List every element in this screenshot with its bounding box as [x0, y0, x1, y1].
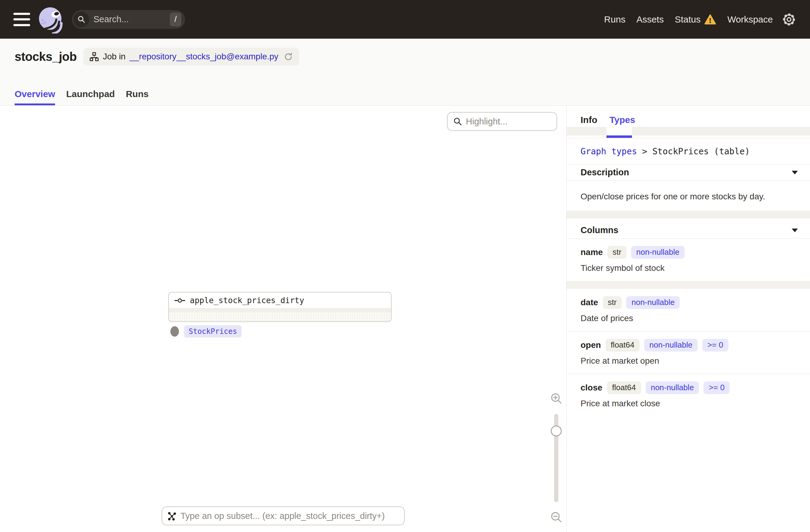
- column-description: Date of prices: [581, 313, 796, 323]
- menu-icon[interactable]: [13, 13, 30, 26]
- column-badges: non-nullable: [631, 246, 685, 259]
- columns-section-header[interactable]: Columns: [567, 222, 810, 239]
- main-content: apple_stock_prices_dirty StockPrices: [0, 106, 810, 532]
- nav-runs-link[interactable]: Runs: [604, 14, 625, 25]
- column-head: name str non-nullable: [581, 246, 796, 259]
- column-type-badge: str: [603, 296, 622, 309]
- column-name: close: [581, 383, 602, 392]
- description-section-header[interactable]: Description: [567, 164, 810, 181]
- tab-overview[interactable]: Overview: [15, 89, 55, 105]
- op-subset-filter: [162, 506, 405, 525]
- column-entry: open float64 non-nullable>= 0 Price at m…: [567, 332, 810, 374]
- chevron-down-icon: [792, 171, 798, 174]
- constraint-badge: non-nullable: [631, 246, 685, 259]
- zoom-in-icon[interactable]: [550, 392, 563, 405]
- job-origin-pill: Job in __repository__stocks_job@example.…: [83, 48, 299, 65]
- column-type-badge: float64: [605, 339, 639, 352]
- column-entry: name str non-nullable Ticker symbol of s…: [567, 239, 810, 281]
- description-text: Open/close prices for one or more stocks…: [567, 181, 810, 211]
- output-port-icon[interactable]: [171, 326, 179, 337]
- column-name: date: [581, 297, 598, 307]
- op-graph-canvas[interactable]: apple_stock_prices_dirty StockPrices: [0, 106, 567, 532]
- constraint-badge: >= 0: [702, 339, 728, 352]
- active-tab-underline: [606, 135, 632, 138]
- job-origin-link[interactable]: __repository__stocks_job@example.py: [130, 52, 278, 62]
- column-entry: close float64 non-nullable>= 0 Price at …: [567, 374, 810, 416]
- dagster-logo-icon[interactable]: [36, 5, 65, 33]
- column-description: Ticker symbol of stock: [581, 263, 796, 273]
- breadcrumb-graph-types-link[interactable]: Graph types: [581, 146, 637, 157]
- column-badges: non-nullable: [626, 296, 680, 309]
- title-row: stocks_job Job in __repository__stocks_j…: [0, 39, 810, 65]
- description-title: Description: [581, 167, 629, 177]
- constraint-badge: non-nullable: [626, 296, 680, 309]
- column-badges: non-nullable>= 0: [646, 381, 730, 394]
- column-description: Price at market open: [581, 356, 796, 366]
- zoom-out-icon[interactable]: [550, 511, 563, 523]
- columns-title: Columns: [581, 225, 618, 235]
- op-node-header: apple_stock_prices_dirty: [169, 292, 391, 308]
- navbar-links: Runs Assets Status Workspace: [604, 13, 773, 26]
- top-navbar: / Runs Assets Status Workspace: [0, 0, 810, 39]
- tab-types[interactable]: Types: [610, 115, 635, 125]
- tab-launchpad[interactable]: Launchpad: [66, 89, 115, 105]
- reload-icon[interactable]: [284, 52, 293, 62]
- column-name: name: [581, 247, 603, 257]
- job-graph-icon: [90, 52, 99, 62]
- global-search: /: [72, 10, 185, 29]
- sidepanel-tabstrip: [567, 127, 810, 138]
- page-header: stocks_job Job in __repository__stocks_j…: [0, 39, 810, 106]
- output-type-tag[interactable]: StockPrices: [184, 325, 242, 338]
- type-sidepanel: Info Types Graph types > StockPrices (ta…: [567, 106, 810, 532]
- tab-runs[interactable]: Runs: [126, 89, 148, 105]
- column-description: Price at market close: [581, 399, 796, 408]
- op-output-row: StockPrices: [171, 325, 242, 338]
- column-entry: date str non-nullable Date of prices: [567, 289, 810, 331]
- column-type-badge: str: [608, 246, 627, 259]
- page-title: stocks_job: [15, 50, 77, 64]
- highlight-input[interactable]: [466, 116, 552, 127]
- column-type-badge: float64: [607, 381, 641, 394]
- breadcrumb: Graph types > StockPrices (table): [567, 138, 810, 164]
- dagster-app: { "navbar": { "search_placeholder": "Sea…: [0, 0, 810, 532]
- op-node-body: [169, 312, 391, 321]
- constraint-badge: non-nullable: [644, 339, 698, 352]
- op-node[interactable]: apple_stock_prices_dirty: [168, 292, 392, 322]
- search-icon: [73, 12, 89, 27]
- op-subset-input[interactable]: [180, 511, 399, 521]
- chevron-down-icon: [792, 229, 798, 232]
- canvas-zoom-slider[interactable]: [549, 414, 563, 502]
- zoom-slider-knob[interactable]: [551, 425, 562, 436]
- sidepanel-tabs: Info Types: [567, 106, 810, 127]
- search-icon: [453, 117, 462, 126]
- job-origin-prefix: Job in: [103, 52, 126, 62]
- op-node-label: apple_stock_prices_dirty: [190, 296, 304, 305]
- nav-assets-link[interactable]: Assets: [636, 14, 664, 25]
- columns-list: name str non-nullable Ticker symbol of s…: [567, 239, 810, 416]
- section-separator: [567, 211, 810, 219]
- constraint-badge: non-nullable: [646, 381, 699, 394]
- tabstrip-gray-band: [567, 127, 810, 135]
- search-input[interactable]: [93, 14, 170, 25]
- constraint-badge: >= 0: [703, 381, 730, 394]
- column-head: open float64 non-nullable>= 0: [581, 339, 796, 352]
- gear-icon[interactable]: [782, 13, 796, 27]
- nav-status-link[interactable]: Status: [675, 13, 716, 26]
- breadcrumb-current: > StockPrices (table): [637, 146, 750, 157]
- op-icon: [174, 298, 185, 303]
- warning-icon: [704, 13, 716, 26]
- column-head: close float64 non-nullable>= 0: [581, 381, 796, 394]
- nav-workspace-link[interactable]: Workspace: [727, 14, 773, 25]
- search-shortcut-badge: /: [170, 13, 181, 27]
- highlight-search: [447, 112, 557, 131]
- column-head: date str non-nullable: [581, 296, 796, 309]
- graph-subset-icon: [167, 511, 177, 521]
- section-separator: [567, 281, 810, 289]
- column-name: open: [581, 340, 601, 350]
- tab-info[interactable]: Info: [581, 115, 597, 125]
- op-node-strip: [169, 308, 391, 312]
- column-badges: non-nullable>= 0: [644, 339, 728, 352]
- canvas-zoom-controls: [549, 392, 563, 523]
- page-tabs: Overview Launchpad Runs: [15, 89, 148, 105]
